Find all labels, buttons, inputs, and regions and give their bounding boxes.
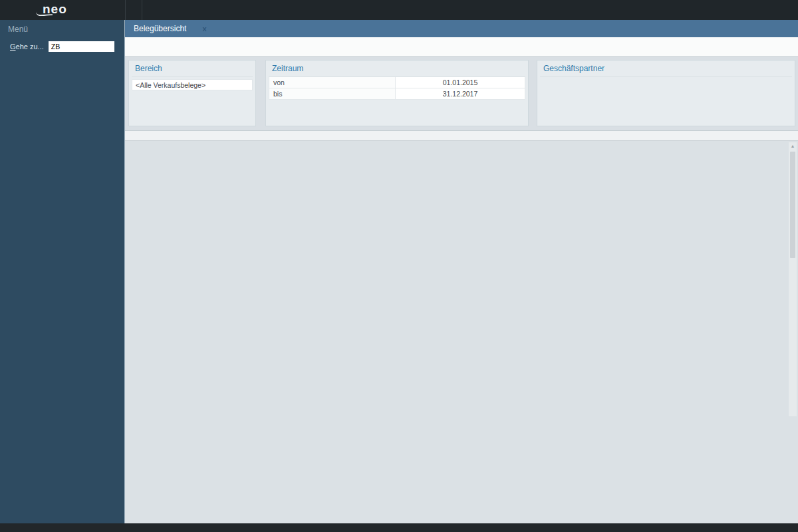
date-to-label: bis [269, 88, 396, 99]
date-from-field[interactable]: 01.01.2015 [396, 77, 525, 88]
goto-label: Gehe zu... [10, 43, 44, 51]
document-tab-title[interactable]: Belegübersicht [134, 24, 186, 33]
document-tab-bar: Belegübersicht x [125, 20, 798, 37]
panel-zeitraum: Zeitraum von 01.01.2015 bis 31.12.2017 [265, 60, 529, 126]
goto-input[interactable] [49, 41, 114, 52]
scroll-up-icon[interactable]: ▲ [791, 144, 795, 148]
sidebar: Menü Gehe zu... [0, 20, 124, 523]
app-logo: neo [43, 2, 67, 17]
panel-geschaeftspartner: Geschäftspartner [537, 60, 795, 126]
panel-bereich-title: Bereich [129, 61, 255, 76]
scrollbar-thumb[interactable] [790, 152, 795, 258]
date-to-row: bis 31.12.2017 [269, 88, 525, 100]
tab-close-icon[interactable]: x [202, 25, 206, 33]
vertical-scrollbar[interactable]: ▲ [789, 142, 797, 416]
title-bar: neo [0, 0, 798, 20]
tab-strip [125, 37, 798, 57]
toolbar [125, 0, 142, 20]
panel-bereich: Bereich <Alle Verkaufsbelege> [128, 60, 256, 126]
pin-icon[interactable] [110, 26, 118, 33]
goto-row: Gehe zu... [0, 40, 124, 53]
geschaeftspartner-options [540, 76, 792, 77]
belegart-combobox[interactable]: <Alle Verkaufsbelege> [132, 79, 253, 90]
date-from-label: von [269, 77, 396, 88]
panel-geschaeftspartner-title: Geschäftspartner [537, 61, 795, 76]
main-area: Belegübersicht x Bereich <Alle Verkaufsb… [124, 20, 798, 523]
filter-section: Bereich <Alle Verkaufsbelege> Zeitraum v… [125, 57, 798, 130]
date-from-row: von 01.01.2015 [269, 77, 525, 88]
grid-header [125, 131, 798, 141]
sidebar-title: Menü [8, 25, 28, 34]
data-grid: ▲ [125, 130, 798, 523]
sidebar-header: Menü [0, 20, 124, 35]
bereich-options [132, 76, 253, 77]
date-to-field[interactable]: 31.12.2017 [396, 88, 525, 99]
status-bar [0, 523, 798, 532]
panel-zeitraum-title: Zeitraum [266, 61, 528, 76]
